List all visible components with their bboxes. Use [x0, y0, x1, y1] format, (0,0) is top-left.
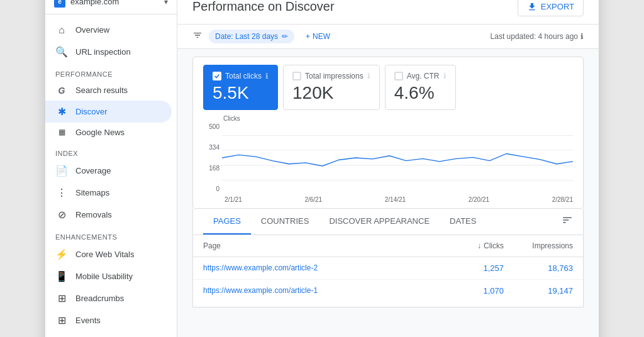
sidebar-item-label: Breadcrumbs [75, 294, 124, 303]
chart-area: Clicks 500 334 168 0 [193, 110, 583, 208]
sidebar-item-breadcrumbs[interactable]: ⊞ Breadcrumbs [45, 287, 172, 309]
breadcrumbs-icon: ⊞ [55, 292, 68, 304]
table-row: https://www.example.com/article-1 1,070 … [193, 280, 583, 302]
table-header: Page ↓ Clicks Impressions [193, 235, 583, 257]
y-334: 334 [203, 144, 219, 151]
sidebar-section-index: Index [45, 142, 177, 160]
col-header-clicks[interactable]: ↓ Clicks [441, 241, 504, 250]
metric-label: Total clicks [225, 72, 262, 80]
sidebar-item-discover[interactable]: ✱ Discover [45, 101, 172, 123]
row-url[interactable]: https://www.example.com/article-1 [203, 286, 441, 295]
metric-value: 5.5K [213, 83, 269, 103]
sidebar-section-enhancements: Enhancements [45, 226, 177, 243]
sidebar-item-label: Search results [75, 86, 128, 95]
main-layout: e example.com ▾ ⌂ Overview 🔍 URL inspect… [45, 0, 599, 337]
news-icon: ▦ [55, 128, 68, 136]
metric-total-impressions[interactable]: Total impressions ℹ 120K [283, 65, 380, 110]
discover-icon: ✱ [55, 106, 68, 118]
x-label-4: 2/20/21 [469, 196, 489, 203]
domain-name: example.com [70, 0, 164, 6]
sort-icon[interactable] [562, 214, 573, 229]
sitemap-icon: ⋮ [55, 187, 68, 199]
metric-checkbox-unchecked [394, 72, 403, 80]
date-filter[interactable]: Date: Last 28 days ✏ [209, 30, 294, 43]
metric-value: 120K [292, 83, 370, 103]
filter-bar: Date: Last 28 days ✏ + NEW Last updated:… [177, 25, 599, 49]
info-icon: ℹ [443, 72, 447, 80]
tab-dates[interactable]: DATES [440, 209, 486, 235]
metric-label: Avg. CTR [407, 72, 440, 80]
sidebar-item-label: Events [75, 316, 101, 325]
sidebar-item-removals[interactable]: ⊘ Removals [45, 204, 172, 226]
sidebar-section-performance: Performance [45, 63, 177, 80]
new-label: NEW [313, 32, 330, 41]
tab-discover-appearance[interactable]: DISCOVER APPEARANCE [319, 209, 440, 235]
events-icon: ⊞ [55, 314, 68, 326]
chart-y-label: Clicks [223, 115, 573, 122]
sidebar-item-label: Removals [75, 210, 112, 219]
data-table: Page ↓ Clicks Impressions https://www.ex… [192, 235, 584, 307]
sidebar-item-url-inspection[interactable]: 🔍 URL inspection [45, 41, 172, 63]
y-168: 168 [203, 165, 219, 172]
sidebar-item-label: Discover [75, 107, 108, 116]
page-title: Performance on Discover [192, 0, 335, 14]
sidebar-item-overview[interactable]: ⌂ Overview [45, 19, 172, 41]
sidebar-item-events[interactable]: ⊞ Events [45, 309, 172, 331]
metric-label: Total impressions [305, 72, 364, 80]
row-url[interactable]: https://www.example.com/article-2 [203, 263, 441, 272]
last-updated: Last updated: 4 hours ago ℹ [491, 32, 584, 41]
x-label-3: 2/14/21 [385, 196, 406, 203]
sidebar-nav: ⌂ Overview 🔍 URL inspection Performance … [45, 14, 177, 338]
chart-svg-wrap [222, 123, 573, 195]
sidebar-item-mobile-usability[interactable]: 📱 Mobile Usability [45, 265, 172, 287]
metric-checkbox-unchecked [292, 72, 301, 80]
row-clicks: 1,070 [441, 286, 504, 296]
last-updated-text: Last updated: 4 hours ago [491, 32, 578, 41]
coverage-icon: 📄 [55, 165, 68, 177]
date-filter-label: Date: Last 28 days [215, 32, 278, 41]
table-row: https://www.example.com/article-2 1,257 … [193, 257, 583, 280]
metric-total-clicks[interactable]: Total clicks ℹ 5.5K [203, 65, 278, 110]
metrics-row: Total clicks ℹ 5.5K Total impressions ℹ … [193, 57, 583, 110]
home-icon: ⌂ [55, 25, 68, 36]
line-chart [222, 123, 573, 192]
metric-value: 4.6% [394, 83, 447, 103]
new-filter-button[interactable]: + NEW [301, 30, 335, 43]
tab-countries[interactable]: COUNTRIES [251, 209, 319, 235]
chart-container: 500 334 168 0 [203, 123, 573, 195]
sidebar-item-coverage[interactable]: 📄 Coverage [45, 160, 172, 182]
sidebar-item-search-results[interactable]: G Search results [45, 80, 172, 101]
y-0: 0 [203, 185, 219, 192]
export-button[interactable]: EXPORT [518, 0, 584, 16]
row-impressions: 19,147 [504, 286, 573, 296]
metric-checkbox-checked [213, 72, 221, 80]
sidebar-item-label: URL inspection [75, 47, 131, 57]
row-impressions: 18,763 [504, 263, 573, 273]
domain-selector[interactable]: e example.com ▾ [45, 0, 177, 14]
sidebar-item-label: Overview [75, 25, 109, 35]
filter-icon[interactable] [192, 30, 203, 43]
sort-down-icon: ↓ [477, 241, 481, 250]
vitals-icon: ⚡ [55, 248, 68, 260]
x-label-1: 2/1/21 [225, 196, 242, 203]
col-header-impressions: Impressions [504, 241, 573, 250]
search-icon: 🔍 [55, 46, 68, 58]
info-icon: ℹ [265, 72, 269, 80]
metrics-chart-block: Total clicks ℹ 5.5K Total impressions ℹ … [192, 57, 584, 209]
sidebar-item-sitemaps[interactable]: ⋮ Sitemaps [45, 182, 172, 204]
x-label-2: 2/6/21 [304, 196, 322, 203]
plus-icon: + [306, 32, 310, 41]
sidebar-item-logos[interactable]: ⊞ Logos [45, 331, 172, 338]
app-window: ☰ Google Search Console 🔍 ? S [45, 0, 599, 337]
sidebar-item-google-news[interactable]: ▦ Google News [45, 123, 172, 142]
export-label: EXPORT [541, 2, 574, 11]
col-header-page: Page [203, 241, 441, 250]
mobile-icon: 📱 [55, 270, 68, 282]
tabs-bar: PAGES COUNTRIES DISCOVER APPEARANCE DATE… [192, 209, 584, 235]
info-icon: ℹ [580, 32, 584, 41]
sidebar-item-label: Google News [75, 128, 125, 137]
chart-x-axis: 2/1/21 2/6/21 2/14/21 2/20/21 2/28/21 [203, 196, 573, 203]
tab-pages[interactable]: PAGES [203, 209, 251, 235]
sidebar-item-core-web-vitals[interactable]: ⚡ Core Web Vitals [45, 243, 172, 265]
metric-avg-ctr[interactable]: Avg. CTR ℹ 4.6% [385, 65, 456, 110]
